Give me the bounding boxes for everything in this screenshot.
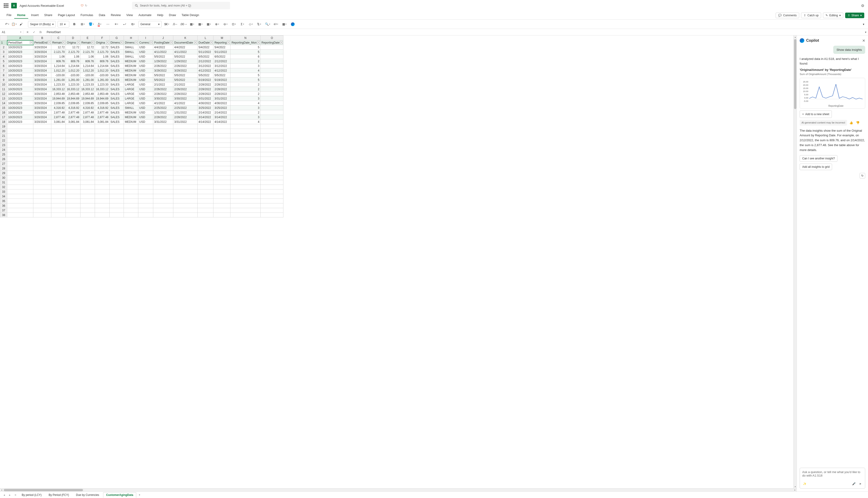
borders-button[interactable]: ⊞▾ <box>79 21 86 27</box>
cell[interactable]: 16,333.12 <box>66 87 80 92</box>
cell[interactable] <box>95 157 110 161</box>
cell[interactable] <box>260 54 283 59</box>
column-header-E[interactable]: E <box>80 36 95 40</box>
cell[interactable] <box>110 194 124 199</box>
cell[interactable]: 1,281.00 <box>95 78 110 82</box>
cell[interactable] <box>33 199 51 204</box>
cell[interactable] <box>124 147 138 152</box>
cell[interactable] <box>33 143 51 147</box>
sheet-tab-by-period-lcy-[interactable]: By period (LCY) <box>19 492 44 498</box>
decrease-decimal-button[interactable]: .0← <box>172 21 178 27</box>
cell[interactable] <box>197 124 214 129</box>
row-header-12[interactable]: 12 <box>0 92 7 96</box>
prompt-guide-icon[interactable]: ✨ <box>802 482 807 486</box>
search-box[interactable]: Search for tools, help, and more (Alt + … <box>132 2 230 9</box>
cell[interactable]: 4/4/2022 <box>153 45 173 50</box>
cell[interactable]: 2/28/2022 <box>153 115 173 120</box>
cell[interactable] <box>214 208 230 213</box>
cell[interactable]: MEDIUM <box>124 110 138 115</box>
horizontal-scrollbar[interactable]: ◂ ▸ <box>0 488 796 492</box>
cell[interactable]: 3,081.84 <box>95 120 110 124</box>
row-header-22[interactable]: 22 <box>0 138 7 143</box>
cell[interactable]: USD <box>138 59 153 64</box>
cell[interactable] <box>33 152 51 157</box>
cell[interactable]: SMALL <box>124 106 138 110</box>
cell[interactable]: 4/30/2022 <box>214 101 230 106</box>
cell[interactable] <box>260 166 283 171</box>
cell[interactable]: 2/28/2022 <box>214 87 230 92</box>
cell[interactable] <box>260 120 283 124</box>
cell[interactable] <box>66 204 80 208</box>
cell[interactable] <box>173 189 197 194</box>
cell[interactable] <box>230 138 260 143</box>
cell[interactable] <box>66 171 80 175</box>
cell[interactable] <box>33 194 51 199</box>
cell[interactable] <box>66 143 80 147</box>
send-button[interactable]: ➤ <box>858 482 863 486</box>
cell[interactable]: 3/25/2022 <box>197 106 214 110</box>
cell[interactable] <box>66 213 80 218</box>
cell[interactable] <box>95 171 110 175</box>
ribbon-tab-review[interactable]: Review <box>108 12 124 19</box>
cell[interactable] <box>33 213 51 218</box>
cell[interactable] <box>173 185 197 189</box>
cell[interactable] <box>138 124 153 129</box>
cell[interactable] <box>197 175 214 180</box>
cell[interactable] <box>230 213 260 218</box>
cell[interactable] <box>66 208 80 213</box>
cell[interactable] <box>33 171 51 175</box>
cell[interactable]: 2,853.48 <box>80 92 95 96</box>
cell[interactable]: 10/20/2023 <box>7 78 33 82</box>
cell[interactable] <box>214 138 230 143</box>
table-header-cell[interactable]: Origina▾ <box>66 40 80 45</box>
filter-icon[interactable]: ▾ <box>280 41 283 44</box>
cell[interactable]: 2,877.48 <box>66 110 80 115</box>
cell[interactable] <box>80 157 95 161</box>
column-header-A[interactable]: A <box>7 36 33 40</box>
filter-icon[interactable]: ▾ <box>120 41 123 44</box>
cell[interactable] <box>124 161 138 166</box>
cell[interactable] <box>7 189 33 194</box>
increase-decimal-button[interactable]: .00→ <box>180 21 187 27</box>
cell[interactable]: 10/20/2023 <box>7 50 33 54</box>
cell[interactable] <box>51 166 66 171</box>
cell[interactable] <box>260 73 283 78</box>
font-size-select[interactable]: 10 ▾ <box>58 21 69 27</box>
cell[interactable] <box>260 133 283 138</box>
cell[interactable]: 2 <box>230 59 260 64</box>
cell[interactable] <box>7 129 33 133</box>
cell[interactable] <box>33 175 51 180</box>
cell[interactable]: 4/4/2022 <box>173 45 197 50</box>
cell[interactable] <box>110 147 124 152</box>
cell[interactable]: 4/30/2022 <box>197 101 214 106</box>
cell[interactable]: USD <box>138 73 153 78</box>
cell[interactable] <box>197 143 214 147</box>
row-header-32[interactable]: 32 <box>0 185 7 189</box>
cell[interactable] <box>7 166 33 171</box>
cell[interactable] <box>197 189 214 194</box>
cell[interactable] <box>173 175 197 180</box>
filter-icon[interactable]: ▾ <box>77 41 80 44</box>
ribbon-tab-insert[interactable]: Insert <box>28 12 41 19</box>
cell[interactable] <box>7 157 33 161</box>
row-header-28[interactable]: 28 <box>0 166 7 171</box>
cell[interactable]: 2/28/2022 <box>173 115 197 120</box>
cell[interactable] <box>214 175 230 180</box>
cell[interactable]: USD <box>138 54 153 59</box>
cell[interactable]: 19,944.69 <box>80 96 95 101</box>
cell[interactable]: 19,944.69 <box>66 96 80 101</box>
cell[interactable] <box>80 194 95 199</box>
cell[interactable] <box>197 129 214 133</box>
cell[interactable] <box>260 147 283 152</box>
cell[interactable] <box>197 166 214 171</box>
cell[interactable] <box>7 185 33 189</box>
cell[interactable]: SALES <box>110 78 124 82</box>
cell[interactable] <box>110 166 124 171</box>
cell[interactable]: 3/20/2024 <box>33 106 51 110</box>
vertical-scroll-thumb[interactable] <box>794 39 796 109</box>
filter-icon[interactable]: ▾ <box>91 41 94 44</box>
cell[interactable] <box>124 152 138 157</box>
cell[interactable]: 6/5/2022 <box>197 54 214 59</box>
cell[interactable] <box>153 189 173 194</box>
cell[interactable]: SALES <box>110 54 124 59</box>
